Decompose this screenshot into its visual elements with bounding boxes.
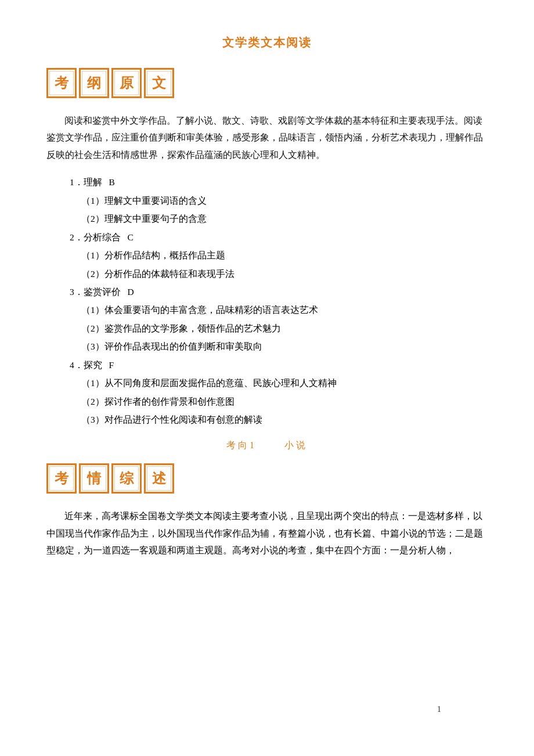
section-3-child-3: （3）评价作品表现出的价值判断和审美取向 [81,338,488,355]
intro-paragraph: 阅读和鉴赏中外文学作品。了解小说、散文、诗歌、戏剧等文学体裁的基本特征和主要表现… [46,112,488,163]
stamp1-char3: 原 [111,68,142,98]
stamp1-char1: 考 [46,68,77,98]
section-1-child-1: （1）理解文中重要词语的含义 [81,192,488,209]
section-4-header: 4．探究 F [70,360,114,370]
stamp2-container: 考 情 综 述 [46,463,488,494]
stamp2-char1: 考 [46,463,77,494]
section-2-header: 2．分析综合 C [70,232,134,242]
section-3-header: 3．鉴赏评价 D [70,287,134,297]
section-4-child-2: （2）探讨作者的创作背景和创作意图 [81,393,488,410]
section-3-child-2: （2）鉴赏作品的文学形象，领悟作品的艺术魅力 [81,320,488,337]
stamp1-char2: 纲 [79,68,109,98]
section-2: 2．分析综合 C [70,229,488,246]
section-4-child-1: （1）从不同角度和层面发掘作品的意蕴、民族心理和人文精神 [81,375,488,391]
section-2-child-2: （2）分析作品的体裁特征和表现手法 [81,265,488,282]
page-title: 文学类文本阅读 [46,35,488,51]
section-3-child-1: （1）体会重要语句的丰富含意，品味精彩的语言表达艺术 [81,301,488,318]
section-1: 1．理解 B [70,174,488,190]
section-3: 3．鉴赏评价 D [70,283,488,300]
stamp2-char4: 述 [144,463,174,494]
section-4-child-3: （3）对作品进行个性化阅读和有创意的解读 [81,411,488,428]
page-number: 1 [437,705,441,714]
stamp1-char4: 文 [144,68,174,98]
page-wrapper: 文学类文本阅读 考 纲 原 文 阅读和鉴赏中外文学作品。了解小说、散文、诗歌、戏… [46,35,488,732]
section-2-child-1: （1）分析作品结构，概括作品主题 [81,247,488,264]
section-1-header: 1．理解 B [70,177,115,187]
direction-title: 考向1 小说 [46,440,488,452]
section-1-child-2: （2）理解文中重要句子的含意 [81,210,488,227]
stamp2-char3: 综 [111,463,142,494]
bottom-paragraph: 近年来，高考课标全国卷文学类文本阅读主要考查小说，且呈现出两个突出的特点：一是选… [46,507,488,559]
section-4: 4．探究 F [70,357,488,373]
stamp1-container: 考 纲 原 文 [46,68,488,98]
stamp2-char2: 情 [79,463,109,494]
